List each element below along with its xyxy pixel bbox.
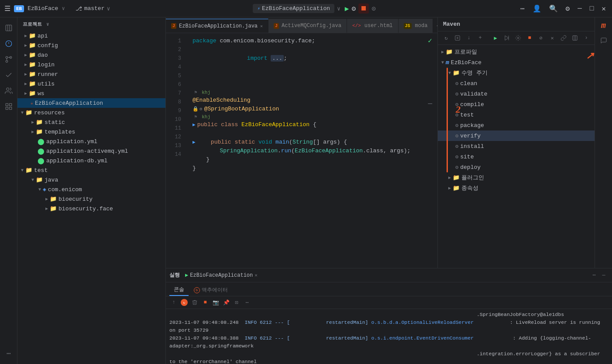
activity-check-icon[interactable] xyxy=(2,68,16,82)
maven-cancel-btn[interactable]: ✕ xyxy=(547,33,557,43)
tree-item-biosecurity-face[interactable]: ▶ 📁 biosecurity.face xyxy=(17,204,165,213)
tab-actuator[interactable]: ↻ 액추에이터 xyxy=(190,285,231,295)
maven-item-dependencies[interactable]: ▶ 📁 종속성 xyxy=(438,183,595,193)
screenshot-btn[interactable]: 📷 xyxy=(211,298,220,307)
copy-icon[interactable]: ⊕ xyxy=(199,105,203,113)
maven-skip-btn[interactable]: ⊘ xyxy=(536,33,546,43)
right-maven-icon[interactable]: m xyxy=(599,21,609,31)
tab-more-button[interactable]: ⋯ xyxy=(433,19,437,33)
project-name[interactable]: EzBioFace xyxy=(28,5,58,12)
run-minimize-btn[interactable]: — xyxy=(599,271,609,280)
tree-item-application-activemq-yml[interactable]: ⬤ application-activemq.yml xyxy=(17,146,165,156)
tree-item-com-enicom[interactable]: ▼ ◈ com.enicom xyxy=(17,185,165,194)
maven-run-btn[interactable]: ▶ xyxy=(491,33,500,43)
tree-item-test[interactable]: ▼ 📁 test xyxy=(17,165,165,175)
tab-console[interactable]: 콘솔 xyxy=(169,284,189,296)
run-button[interactable]: ▶ xyxy=(345,4,349,13)
lock-icon[interactable]: 🔒 xyxy=(193,105,199,113)
tree-item-config[interactable]: ▶ 📁 config xyxy=(17,41,165,50)
tree-item-login[interactable]: ▶ 📁 login xyxy=(17,60,165,69)
clear-console-btn[interactable] xyxy=(190,298,199,307)
code-area[interactable]: ✓ — package com.enicom.biosecurity.face; xyxy=(186,33,437,268)
run-line-icon[interactable]: ▶ xyxy=(193,120,196,129)
stop-console-btn[interactable]: ■ xyxy=(201,298,210,307)
activity-git-icon[interactable] xyxy=(2,52,16,66)
tree-item-application-yml[interactable]: ⬤ application.yml xyxy=(17,137,165,146)
tab-close-1[interactable]: ✕ xyxy=(260,24,263,29)
run-tab-close[interactable]: ✕ xyxy=(254,272,258,278)
hot-reload-btn[interactable]: ↻ xyxy=(181,299,188,306)
tree-item-runner[interactable]: ▶ 📁 runner xyxy=(17,69,165,79)
tree-item-api[interactable]: ▶ 📁 api xyxy=(17,31,165,41)
minimize-button[interactable]: ─ xyxy=(576,3,584,14)
run-line-icon-2[interactable]: ▶ xyxy=(193,138,196,147)
tree-item-resources[interactable]: ▼ 📁 resources xyxy=(17,108,165,117)
tree-item-application-db-yml[interactable]: ⬤ application-db.yml xyxy=(17,156,165,165)
console-more-btn[interactable]: ⋯ xyxy=(243,298,251,307)
maven-item-clean[interactable]: ⚙ clean xyxy=(438,78,595,89)
code-line-13: } xyxy=(193,155,437,164)
maven-debug-btn[interactable] xyxy=(513,33,523,43)
activity-grid-icon[interactable] xyxy=(2,100,16,113)
maven-item-compile[interactable]: ⚙ compile xyxy=(438,99,595,110)
maven-download-btn[interactable]: ↓ xyxy=(464,33,474,43)
maven-item-test[interactable]: ⚙ test xyxy=(438,110,595,120)
maven-item-EzBioFace[interactable]: ▼ m EzBioFace xyxy=(438,57,595,68)
maven-add-module-btn[interactable] xyxy=(453,33,462,43)
settings-icon[interactable]: ⚙ xyxy=(352,4,356,13)
tree-item-static[interactable]: ▶ 📁 static xyxy=(17,117,165,127)
maven-item-site[interactable]: ⚙ site xyxy=(438,151,595,162)
menu-icon[interactable]: ☰ xyxy=(4,4,10,13)
maven-item-install[interactable]: ⚙ install xyxy=(438,141,595,151)
maven-item-plugins[interactable]: ▶ 📁 플러그인 xyxy=(438,172,595,183)
maven-item-deploy[interactable]: ⚙ deploy xyxy=(438,162,595,172)
chevron-java-test: ▼ xyxy=(31,178,34,182)
right-icon-1[interactable] xyxy=(599,36,609,45)
gear-icon[interactable]: ⚙ xyxy=(564,3,572,15)
activity-files-icon[interactable] xyxy=(2,37,16,51)
maven-item-profile[interactable]: ▶ 📁 프로파일 xyxy=(438,47,595,57)
maven-item-package[interactable]: ⚙ package xyxy=(438,120,595,130)
tree-item-java-test[interactable]: ▼ 📁 java xyxy=(17,175,165,185)
build-icon[interactable]: ⊙ xyxy=(371,4,376,13)
pin-btn[interactable]: 📌 xyxy=(222,298,230,307)
tab-user-html[interactable]: </> user.html xyxy=(347,19,399,33)
sidebar-chevron[interactable]: ∨ xyxy=(46,21,49,27)
tree-item-ws[interactable]: ▶ 📁 ws xyxy=(17,89,165,98)
tree-item-bioecurity[interactable]: ▶ 📁 bioecurity xyxy=(17,194,165,204)
maven-item-verify[interactable]: ⚙ verify xyxy=(438,130,595,141)
tree-item-utils[interactable]: ▶ 📁 utils xyxy=(17,79,165,89)
maven-link-btn[interactable] xyxy=(559,33,568,43)
app-chevron[interactable]: ∨ xyxy=(337,5,340,12)
close-button[interactable]: ✕ xyxy=(600,3,608,15)
run-more-btn[interactable]: ⋯ xyxy=(589,271,599,280)
maven-refresh-btn[interactable]: ↻ xyxy=(441,33,451,43)
tab-EzBioFaceApplication[interactable]: J EzBioFaceApplication.java ✕ xyxy=(166,19,268,33)
console-content[interactable]: .SpringBeanJobFactory@ale1dbs 2023-11-07… xyxy=(166,309,612,364)
stop-button[interactable]: ⏹ xyxy=(358,3,369,14)
activity-users-icon[interactable] xyxy=(2,84,16,98)
maven-item-validate[interactable]: ⚙ validate xyxy=(438,89,595,99)
tree-item-EzBioFaceApplication[interactable]: ☕ EzBioFaceApplication xyxy=(17,98,165,108)
maven-item-lifecycle[interactable]: ▼ 📁 수명 주기 xyxy=(438,68,595,78)
maven-stop-btn[interactable]: ■ xyxy=(525,33,534,43)
more-options-icon[interactable]: ⋯ xyxy=(519,3,526,15)
user-icon[interactable]: 👤 xyxy=(531,3,543,15)
tab-moda[interactable]: JS moda xyxy=(399,19,433,33)
activity-more-icon[interactable]: ⋯ xyxy=(2,347,16,361)
maven-columns-btn[interactable] xyxy=(570,33,580,43)
expand-btn[interactable]: ⊡ xyxy=(232,298,241,307)
maximize-button[interactable]: □ xyxy=(588,3,596,14)
maven-run-module-btn[interactable] xyxy=(502,33,512,43)
scroll-up-btn[interactable]: ↑ xyxy=(169,298,178,307)
maven-plus-btn[interactable]: + xyxy=(475,33,485,43)
tab-ActiveMQConfig[interactable]: J ActiveMQConfig.java xyxy=(268,19,347,33)
maven-more-btn[interactable]: › xyxy=(581,33,591,43)
tree-item-dao[interactable]: ▶ 📁 dao xyxy=(17,50,165,60)
project-chevron[interactable]: ∨ xyxy=(62,5,65,12)
tree-item-templates[interactable]: ▶ 📁 templates xyxy=(17,127,165,137)
search-icon[interactable]: 🔍 xyxy=(547,3,560,15)
bottom-tabs: 콘솔 ↻ 액추에이터 xyxy=(166,282,612,296)
branch-section[interactable]: ⎇ master ∨ xyxy=(76,5,110,12)
activity-project-icon[interactable] xyxy=(2,21,16,35)
